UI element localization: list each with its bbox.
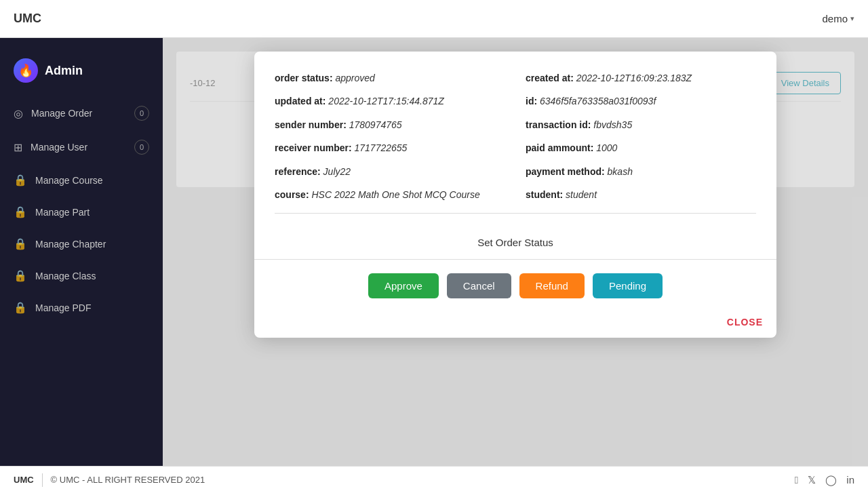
id-label: id: [526,96,537,106]
transaction-id-label: transaction id: [526,119,591,130]
manage-chapter-icon: 🔒 [14,237,27,250]
created-at-field: created at: 2022-10-12T16:09:23.183Z [526,71,756,85]
sidebar-item-label: Manage Course [35,175,103,186]
modal-body: order status: approved created at: 2022-… [254,52,776,227]
sidebar-item-label: Manage Class [35,271,96,281]
instagram-icon[interactable]: ◯ [825,474,837,486]
sidebar-item-manage-order[interactable]: ◎ Manage Order 0 [0,96,163,130]
paid-ammount-label: paid ammount: [526,142,593,153]
transaction-id-value: fbvdsh35 [593,119,632,130]
sidebar-logo: 🔥 [14,58,38,83]
modal-overlay: order status: approved created at: 2022-… [163,38,868,466]
sidebar-item-manage-class[interactable]: 🔒 Manage Class [0,260,163,292]
paid-ammount-field: paid ammount: 1000 [526,140,756,155]
top-navbar: UMC demo ▾ [0,0,868,38]
modal-action-buttons: Approve Cancel Refund Pending [254,260,776,312]
sidebar-item-manage-part[interactable]: 🔒 Manage Part [0,196,163,228]
user-name: demo [822,13,848,24]
sidebar-item-manage-chapter[interactable]: 🔒 Manage Chapter [0,228,163,260]
manage-user-icon: ⊞ [14,141,22,154]
footer-brand: UMC [14,475,34,485]
student-value: student [566,189,597,200]
manage-pdf-icon: 🔒 [14,301,27,314]
manage-user-badge: 0 [134,140,149,155]
twitter-icon[interactable]: 𝕏 [808,474,816,486]
footer-copyright: © UMC - ALL RIGHT RESERVED 2021 [51,475,205,485]
footer-divider [42,473,43,487]
order-status-label: order status: [275,73,333,83]
receiver-number-label: receiver number: [275,142,352,153]
sidebar-item-manage-pdf[interactable]: 🔒 Manage PDF [0,292,163,323]
reference-field: reference: July22 [275,164,505,179]
sidebar: 🔥 Admin ◎ Manage Order 0 ⊞ Manage User 0… [0,38,163,493]
sidebar-item-label: Manage Part [35,207,90,218]
payment-method-field: payment method: bkash [526,164,756,179]
chevron-down-icon: ▾ [850,14,854,23]
manage-order-badge: 0 [134,106,149,121]
modal-divider [275,213,756,214]
refund-button[interactable]: Refund [519,273,585,298]
pending-button[interactable]: Pending [593,273,663,298]
payment-method-value: bkash [608,166,633,177]
facebook-icon[interactable]:  [795,474,798,486]
sender-number-value: 1780974765 [349,119,402,130]
sidebar-item-manage-user[interactable]: ⊞ Manage User 0 [0,130,163,164]
manage-order-icon: ◎ [14,107,23,120]
reference-label: reference: [275,166,321,177]
updated-at-field: updated at: 2022-10-12T17:15:44.871Z [275,94,505,109]
approve-button[interactable]: Approve [368,273,439,298]
footer-social:  𝕏 ◯ in [795,474,854,486]
user-menu[interactable]: demo ▾ [822,13,854,24]
created-at-value: 2022-10-12T16:09:23.183Z [576,73,692,83]
set-order-status-label: Set Order Status [254,227,776,260]
id-field: id: 6346f5fa763358a031f0093f [526,94,756,109]
id-value: 6346f5fa763358a031f0093f [540,96,656,106]
modal-close-row: CLOSE [254,312,776,338]
sender-number-field: sender number: 1780974765 [275,117,505,132]
sidebar-header: 🔥 Admin [0,52,163,96]
receiver-number-field: receiver number: 1717722655 [275,140,505,155]
sidebar-item-label: Manage User [31,142,87,153]
navbar-brand: UMC [14,12,41,26]
receiver-number-value: 1717722655 [355,142,408,153]
course-label: course: [275,189,309,200]
linkedin-icon[interactable]: in [846,474,854,486]
updated-at-value: 2022-10-12T17:15:44.871Z [328,96,443,106]
sidebar-admin-label: Admin [45,64,83,78]
sender-number-label: sender number: [275,119,347,130]
order-status-field: order status: approved [275,71,505,85]
sidebar-item-label: Manage Order [31,108,92,119]
close-button[interactable]: CLOSE [727,317,763,328]
cancel-button[interactable]: Cancel [447,273,511,298]
student-label: student: [526,189,563,200]
footer-left: UMC © UMC - ALL RIGHT RESERVED 2021 [14,473,205,487]
reference-value: July22 [323,166,351,177]
transaction-id-field: transaction id: fbvdsh35 [526,117,756,132]
sidebar-item-manage-course[interactable]: 🔒 Manage Course [0,164,163,196]
sidebar-item-label: Manage PDF [35,302,91,313]
page-footer: UMC © UMC - ALL RIGHT RESERVED 2021  𝕏 … [0,466,868,493]
manage-course-icon: 🔒 [14,174,27,186]
manage-class-icon: 🔒 [14,269,27,282]
student-field: student: student [526,187,756,202]
course-value: HSC 2022 Math One Shot MCQ Course [311,189,479,200]
course-field: course: HSC 2022 Math One Shot MCQ Cours… [275,187,505,202]
order-detail-modal: order status: approved created at: 2022-… [254,52,776,338]
manage-part-icon: 🔒 [14,205,27,218]
modal-info-grid: order status: approved created at: 2022-… [275,71,756,202]
sidebar-nav: ◎ Manage Order 0 ⊞ Manage User 0 🔒 Manag… [0,96,163,323]
order-status-value: approved [335,73,374,83]
paid-ammount-value: 1000 [596,142,617,153]
payment-method-label: payment method: [526,166,605,177]
updated-at-label: updated at: [275,96,326,106]
sidebar-item-label: Manage Chapter [35,239,106,250]
created-at-label: created at: [526,73,574,83]
